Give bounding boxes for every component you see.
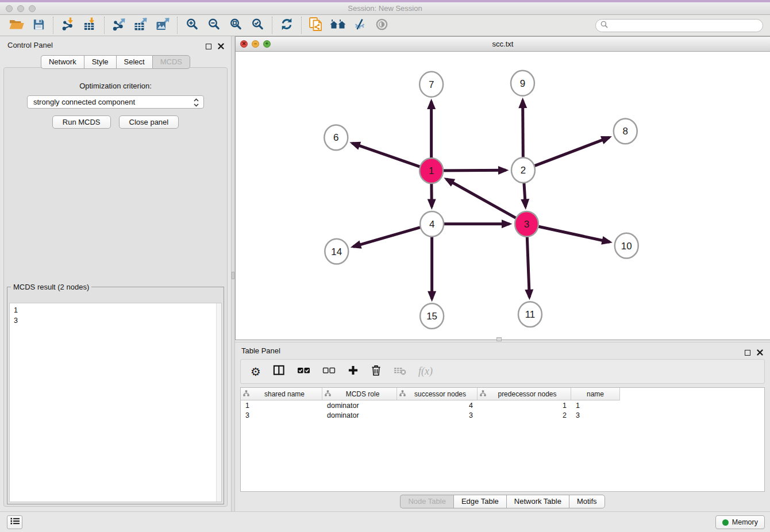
criterion-value: strongly connected component	[33, 98, 135, 106]
zoom-fit-button[interactable]	[225, 16, 247, 34]
control-panel: Control Panel Network Style Select MCDS …	[0, 36, 231, 511]
export-network-icon	[111, 17, 126, 34]
graph-node-label-7: 7	[429, 79, 434, 90]
deselect-all-button[interactable]	[322, 366, 336, 377]
close-window-button[interactable]	[6, 5, 13, 12]
table-row[interactable]: 1 dominator 4 1 1	[241, 400, 764, 410]
nested-networks-button[interactable]	[327, 16, 349, 34]
float-panel-icon[interactable]	[206, 44, 211, 49]
tab-select[interactable]: Select	[116, 55, 152, 69]
zoom-out-button[interactable]	[203, 16, 225, 34]
column-header-successor-nodes[interactable]: successor nodes	[397, 388, 478, 400]
tab-node-table[interactable]: Node Table	[400, 495, 453, 508]
horizontal-splitter-handle[interactable]	[496, 337, 502, 341]
memory-label: Memory	[732, 518, 758, 526]
graph-edge-3-10[interactable]	[526, 224, 610, 242]
zoom-selected-button[interactable]	[247, 16, 268, 34]
tab-network-table[interactable]: Network Table	[506, 495, 569, 508]
zoom-in-button[interactable]	[181, 16, 203, 34]
column-header-shared-name[interactable]: shared name	[241, 388, 322, 400]
add-column-button[interactable]	[348, 365, 359, 378]
tab-motifs[interactable]: Motifs	[569, 495, 605, 508]
column-header-predecessor-nodes[interactable]: predecessor nodes	[478, 388, 571, 400]
network-graph[interactable]: 7968124314101511	[236, 52, 770, 340]
open-file-button[interactable]	[6, 16, 28, 34]
show-columns-button[interactable]	[273, 364, 285, 379]
search-field[interactable]	[595, 19, 763, 32]
result-scrollbar[interactable]	[216, 303, 221, 502]
hide-selected-button[interactable]	[349, 16, 371, 34]
tab-edge-table[interactable]: Edge Table	[453, 495, 506, 508]
close-network-icon[interactable]: ✕	[240, 40, 248, 48]
cell-successor-nodes: 4	[397, 402, 478, 410]
toolbar-separator	[53, 17, 53, 34]
graph-edge-2-8[interactable]	[523, 137, 609, 170]
close-panel-icon[interactable]	[218, 41, 224, 52]
tab-network[interactable]: Network	[41, 55, 84, 69]
eye-slash-icon	[353, 18, 367, 33]
window-traffic-lights	[6, 5, 36, 12]
splitter-handle[interactable]	[232, 272, 234, 279]
table-row[interactable]: 3 dominator 3 2 3	[241, 410, 764, 420]
memory-button[interactable]: Memory	[715, 515, 765, 529]
run-mcds-button[interactable]: Run MCDS	[52, 115, 111, 129]
clone-network-icon	[309, 17, 324, 34]
close-panel-icon[interactable]	[757, 348, 763, 358]
export-table-button[interactable]	[130, 16, 152, 34]
maximize-network-icon[interactable]: +	[263, 40, 271, 48]
delete-table-button[interactable]	[394, 365, 406, 377]
column-header-name[interactable]: name	[571, 388, 620, 400]
apply-layout-button[interactable]	[276, 16, 298, 34]
minimize-window-button[interactable]	[17, 5, 24, 12]
graph-node-label-9: 9	[520, 78, 525, 89]
zoom-fit-icon	[229, 18, 242, 33]
graph-node-label-2: 2	[521, 165, 526, 176]
tab-style[interactable]: Style	[84, 55, 116, 69]
network-canvas[interactable]: 7968124314101511	[236, 52, 770, 340]
network-window-titlebar[interactable]: ✕ − + scc.txt	[236, 37, 770, 52]
mcds-result-text[interactable]: 1 3	[9, 303, 222, 502]
tab-mcds[interactable]: MCDS	[152, 55, 190, 69]
control-panel-title: Control Panel	[7, 41, 53, 49]
graph-node-label-10: 10	[621, 241, 632, 252]
table-settings-button[interactable]: ⚙	[251, 366, 261, 377]
status-bar: Memory	[0, 511, 770, 532]
cell-shared-name: 1	[241, 402, 322, 410]
control-panel-tabs: Network Style Select MCDS	[0, 55, 231, 69]
criterion-select[interactable]: strongly connected component	[27, 95, 204, 109]
zoom-window-button[interactable]	[29, 5, 36, 12]
home-icon	[330, 18, 346, 33]
float-panel-icon[interactable]	[745, 350, 750, 356]
zoom-in-icon	[186, 18, 199, 33]
column-header-mcds-role[interactable]: MCDS role	[322, 388, 397, 400]
graph-node-label-15: 15	[426, 311, 437, 322]
eye-icon	[375, 18, 388, 33]
export-image-button[interactable]	[152, 16, 174, 34]
clone-network-button[interactable]	[305, 16, 327, 34]
open-folder-icon	[9, 17, 25, 33]
zoom-out-icon	[207, 18, 221, 33]
cell-mcds-role: dominator	[322, 402, 397, 410]
select-all-button[interactable]	[297, 366, 310, 377]
delete-column-button[interactable]	[371, 364, 382, 379]
search-input[interactable]	[611, 21, 758, 30]
close-panel-button[interactable]: Close panel	[119, 115, 179, 129]
function-builder-button[interactable]: f(x)	[418, 365, 433, 377]
minimize-network-icon[interactable]: −	[252, 40, 259, 48]
import-network-button[interactable]	[57, 16, 79, 34]
save-icon	[32, 18, 45, 33]
tree-icon	[325, 390, 331, 398]
mcds-panel: Optimization criterion: strongly connect…	[3, 67, 228, 507]
trash-icon	[371, 368, 382, 378]
cell-name: 1	[571, 402, 620, 410]
import-table-button[interactable]	[79, 16, 101, 34]
node-table: shared name MCDS role successor nodes pr…	[240, 387, 765, 492]
vertical-splitter[interactable]	[231, 36, 235, 511]
show-all-button[interactable]	[371, 16, 392, 34]
toolbar-separator	[104, 17, 105, 34]
import-network-icon	[61, 17, 75, 34]
task-history-button[interactable]	[7, 515, 22, 529]
export-network-button[interactable]	[108, 16, 130, 34]
graph-edge-3-1[interactable]	[446, 179, 527, 224]
save-session-button[interactable]	[28, 16, 49, 34]
